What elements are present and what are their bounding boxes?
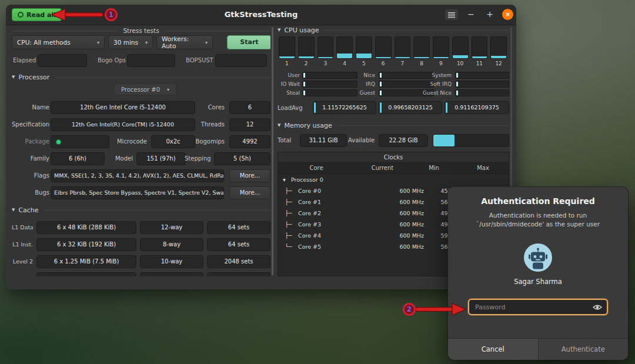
bogo-ops-field [127, 54, 175, 67]
loadavg-1min-field: 1.11572265625 (9.3%) [313, 101, 376, 114]
minimize-button[interactable]: − [464, 8, 477, 21]
loadavg-5min-field: 0.99658203125 (8.3%) [379, 101, 442, 114]
stress-method-select[interactable]: CPU: All methods ▾ [12, 35, 105, 49]
chevron-down-icon: ▾ [145, 40, 148, 45]
eye-icon[interactable] [593, 304, 602, 310]
clocks-header-max: Max [457, 163, 509, 173]
processor-select-value: Processor #0 [121, 86, 160, 93]
triangle-down-icon: ▼ [12, 75, 15, 79]
stress-workers-value: Workers: Auto [162, 35, 202, 49]
iowait-field [302, 81, 357, 88]
cpu-usage-expander[interactable]: ▼ CPU usage [278, 26, 509, 34]
triangle-down-icon: ▾ [283, 174, 286, 185]
cpu-core-bars [279, 36, 507, 59]
cache-sets-field: 64 sets [207, 221, 270, 234]
threads-field: 12 [229, 118, 270, 131]
memory-usage-fill [433, 135, 454, 146]
chevron-down-icon: ▾ [205, 40, 208, 45]
maximize-button[interactable]: + [483, 8, 496, 21]
cache-ways-field: 12-way [140, 221, 203, 234]
name-label: Name [12, 101, 49, 114]
elapsed-field [38, 54, 87, 67]
model-label: Model [106, 152, 133, 165]
system-label: System [416, 72, 452, 79]
cores-label: Cores [187, 101, 225, 114]
menu-button[interactable] [444, 9, 459, 21]
cache-size-field: 6 x 32 KiB (192 KiB) [36, 238, 136, 251]
stepping-field: 5 (5h) [214, 152, 270, 165]
memory-usage-expander[interactable]: ▼ Memory usage [278, 121, 509, 129]
cpu-core-bar [375, 36, 392, 59]
processor-select[interactable]: Processor #0 ▾ [114, 84, 176, 95]
desktop: Read all GtkStressTesting − + × Stress t… [0, 0, 635, 364]
clocks-group-row[interactable]: ▾ Processor 0 [278, 174, 509, 185]
loadavg-15min-field: 0.91162109375 (7.6%) [444, 101, 509, 114]
flags-more-button[interactable]: More... [229, 169, 270, 182]
specification-label: Specification [12, 118, 49, 131]
cache-row-partial [140, 272, 203, 276]
stress-duration-value: 30 mins [113, 39, 138, 46]
clocks-group-label: Processor 0 [291, 174, 323, 185]
user-field [302, 72, 357, 79]
guest-nice-label: Guest Nice [416, 89, 452, 96]
close-button[interactable]: × [502, 9, 513, 20]
cancel-button[interactable]: Cancel [448, 339, 539, 360]
clocks-header-min: Min [410, 163, 457, 173]
cache-row-label: L1 Inst. [12, 238, 33, 251]
cpu-core-bar [395, 36, 411, 59]
auth-dialog: Authentication Required Authentication i… [448, 187, 628, 360]
model-field: 151 (97h) [136, 152, 186, 165]
avatar [524, 243, 552, 272]
bogomips-label: Bogomips [187, 135, 225, 148]
guest-label: Guest [354, 89, 375, 96]
stress-duration-select[interactable]: 30 mins ▾ [108, 35, 153, 49]
cache-row-label: L1 Data [12, 221, 33, 234]
robot-avatar-icon [524, 243, 552, 272]
triangle-down-icon: ▼ [12, 208, 15, 212]
password-input[interactable] [474, 303, 593, 312]
cpu-core-bar [452, 36, 469, 59]
main-window: Read all GtkStressTesting − + × Stress t… [6, 5, 516, 289]
left-pane: Stress tests CPU: All methods ▾ 30 mins … [12, 26, 270, 276]
bugs-more-button[interactable]: More... [229, 186, 270, 199]
memory-usage-bar [433, 134, 509, 147]
start-button[interactable]: Start [227, 35, 270, 49]
cache-row-label: Level 2 [12, 255, 33, 268]
stress-workers-select[interactable]: Workers: Auto ▾ [156, 35, 213, 49]
cpu-core-bar [298, 36, 315, 59]
family-field: 6 (6h) [51, 152, 105, 165]
name-field: 12th Gen Intel Core i5-12400 [51, 101, 195, 114]
cpu-core-bar [413, 36, 430, 59]
authenticate-button[interactable]: Authenticate [539, 339, 629, 360]
stepping-label: Stepping [185, 152, 210, 165]
nice-label: Nice [354, 72, 375, 79]
tree-branch-icon: ├─ [285, 230, 292, 241]
softirq-field [455, 81, 509, 88]
cache-row-partial [207, 272, 270, 276]
processor-section-title: Processor [18, 74, 49, 81]
specification-field: 12th Gen Intel(R) Core(TM) i5-12400 [51, 118, 195, 131]
memory-total-field: 31.11 GiB [300, 134, 347, 147]
triangle-down-icon: ▼ [278, 28, 280, 32]
softirq-label: Soft IRQ [416, 81, 452, 88]
cpu-core-bar [317, 36, 334, 59]
bugs-field: Eibrs Pbrsb, Spec Store Bypass, Spectre … [51, 186, 224, 199]
processor-expander[interactable]: ▼ Processor [12, 73, 270, 81]
chevron-down-icon: ▾ [167, 87, 169, 92]
stress-method-value: CPU: All methods [17, 39, 71, 46]
cache-sets-field: 64 sets [207, 238, 270, 251]
left-pane-scrollbar[interactable] [272, 27, 273, 275]
clocks-header-current: Current [355, 163, 410, 173]
tree-branch-icon: ├─ [285, 196, 292, 208]
cache-ways-field: 10-way [140, 255, 203, 268]
dialog-title: Authentication Required [448, 196, 628, 206]
system-field [455, 72, 509, 79]
bogomips-field: 4992 [229, 135, 270, 148]
package-label: Package [12, 135, 49, 148]
irq-label: IRQ [354, 81, 375, 88]
cpu-core-bar [472, 36, 488, 59]
cpu-usage-title: CPU usage [284, 26, 319, 34]
cache-expander[interactable]: ▼ Cache [12, 206, 270, 214]
password-field[interactable] [468, 299, 608, 315]
flags-label: Flags [12, 169, 49, 182]
